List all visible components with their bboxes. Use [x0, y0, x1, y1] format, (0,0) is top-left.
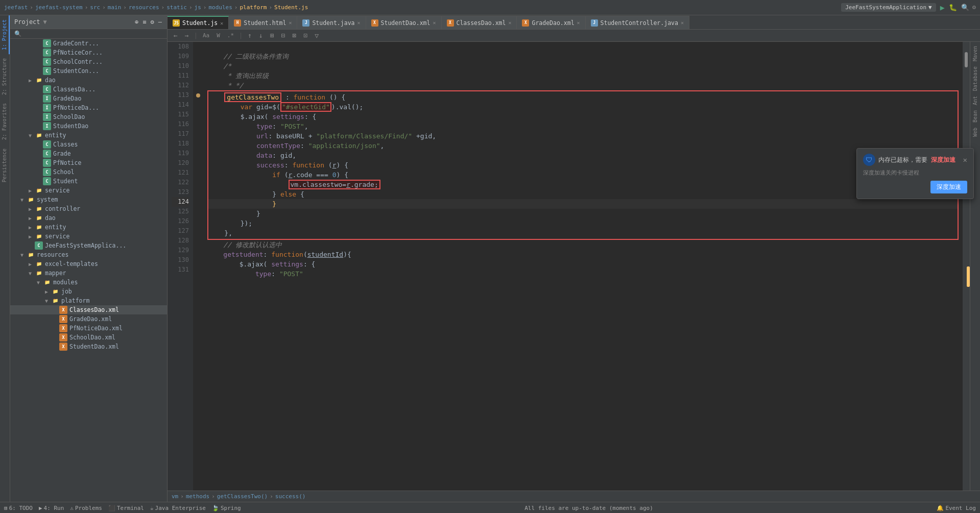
diff2-icon[interactable]: ⊠: [291, 31, 299, 40]
sidebar-locate-icon[interactable]: ⊕: [134, 17, 139, 27]
diff-icon[interactable]: ⊟: [279, 31, 288, 40]
search-everywhere-icon[interactable]: 🔍: [961, 4, 969, 11]
tree-item-service2-folder[interactable]: ▶ 📁 service: [10, 232, 167, 241]
tab-close-icon[interactable]: ✕: [289, 20, 292, 26]
tab-gradedao-xml[interactable]: X GradeDao.xml ✕: [517, 16, 585, 29]
navigate-back-icon[interactable]: ←: [172, 31, 180, 40]
tab-close-icon[interactable]: ✕: [357, 20, 361, 26]
bean-tab[interactable]: Bean: [971, 108, 979, 125]
tree-item-mapper-folder[interactable]: ▼ 📁 mapper: [10, 268, 167, 278]
scrollbar-thumb[interactable]: [965, 52, 968, 67]
problems-tab[interactable]: ⚠ Problems: [70, 505, 102, 511]
regex-icon[interactable]: .*: [225, 31, 236, 40]
tree-item-job-folder[interactable]: ▶ 📁 job: [10, 287, 167, 296]
maven-tab[interactable]: Maven: [971, 44, 979, 63]
spring-tab[interactable]: 🍃 Spring: [212, 505, 241, 511]
move-down-icon[interactable]: ↓: [257, 31, 265, 40]
favorites-tab[interactable]: 2: Favorites: [0, 99, 10, 144]
tree-item-gradecontr[interactable]: C GradeContr...: [10, 39, 167, 48]
tree-item-excel-folder[interactable]: ▶ 📁 excel-templates: [10, 259, 167, 268]
tree-item-school[interactable]: C School: [10, 167, 167, 177]
tab-student-html[interactable]: H Student.html ✕: [229, 16, 297, 29]
tree-item-studentcon[interactable]: C StudentCon...: [10, 66, 167, 76]
java-enterprise-tab[interactable]: ☕ Java Enterprise: [150, 505, 206, 511]
tree-item-platform-folder[interactable]: ▼ 📁 platform: [10, 296, 167, 305]
breadcrumb-item[interactable]: resources: [129, 4, 159, 11]
sidebar-search[interactable]: 🔍: [10, 29, 167, 39]
breadcrumb-item[interactable]: jeefast-system: [35, 4, 83, 11]
breadcrumb-item[interactable]: jeefast: [4, 4, 28, 11]
tree-item-pfnoticedao[interactable]: I PfNoticeDa...: [10, 103, 167, 112]
tab-student-js[interactable]: JS Student.js ✕: [168, 16, 229, 29]
navigate-forward-icon[interactable]: →: [183, 31, 191, 40]
tree-item-student[interactable]: C Student: [10, 177, 167, 186]
tab-studentdao-xml[interactable]: X StudentDao.xml ✕: [366, 16, 442, 29]
tree-item-studentdao-xml[interactable]: X StudentDao.xml: [10, 342, 167, 351]
indent-icon[interactable]: ⊡: [301, 31, 309, 40]
run-config-selector[interactable]: JeeFastSystemApplication ▼: [841, 3, 936, 12]
breadcrumb-item[interactable]: static: [166, 4, 187, 11]
sidebar-search-input[interactable]: [23, 31, 163, 37]
event-log[interactable]: 🔔 Event Log: [937, 505, 976, 511]
breadcrumb-item[interactable]: src: [90, 4, 100, 11]
sidebar-close-icon[interactable]: —: [157, 17, 163, 27]
tree-item-entity2-folder[interactable]: ▶ 📁 entity: [10, 223, 167, 232]
tree-item-resources-folder[interactable]: ▼ 📁 resources: [10, 250, 167, 259]
sidebar-settings-icon[interactable]: ⚙: [150, 17, 155, 27]
tree-item-classesdao-xml[interactable]: X ClassesDao.xml: [10, 305, 167, 314]
tree-item-gradedao-xml[interactable]: X GradeDao.xml: [10, 314, 167, 324]
debug-button[interactable]: 🐛: [949, 4, 957, 11]
code-editor[interactable]: // 二级联动条件查询 /* * 查询出班级 * */ getClassesTw…: [203, 42, 963, 491]
view-mode-icon[interactable]: ⊞: [268, 31, 276, 40]
breadcrumb-item[interactable]: platform: [240, 4, 267, 11]
run-button[interactable]: ▶: [940, 3, 945, 12]
run-tab[interactable]: ▶ 4: Run: [39, 505, 64, 511]
match-case-icon[interactable]: Aa: [201, 31, 211, 40]
breakpoint-indicator[interactable]: [196, 93, 200, 97]
tab-close-icon[interactable]: ✕: [220, 20, 223, 26]
move-up-icon[interactable]: ↑: [246, 31, 254, 40]
tab-student-java[interactable]: J Student.java ✕: [297, 16, 366, 29]
web-tab[interactable]: Web: [971, 126, 979, 139]
project-tab[interactable]: 1: Project: [0, 15, 10, 54]
tab-classesdao-xml[interactable]: X ClassesDao.xml ✕: [442, 16, 517, 29]
tree-item-service-folder[interactable]: ▶ 📁 service: [10, 186, 167, 195]
tree-item-schooldao[interactable]: I SchoolDao: [10, 112, 167, 121]
database-tab[interactable]: Database: [971, 64, 979, 93]
tree-item-system-folder[interactable]: ▼ 📁 system: [10, 195, 167, 204]
tree-item-entity-folder[interactable]: ▼ 📁 entity: [10, 131, 167, 140]
breadcrumb-item[interactable]: main: [108, 4, 122, 11]
tree-item-dao-folder[interactable]: ▶ 📁 dao: [10, 76, 167, 85]
tab-close-icon[interactable]: ✕: [433, 20, 436, 26]
tab-studentcontroller-java[interactable]: J StudentController.java ✕: [586, 16, 689, 29]
persistence-tab[interactable]: Persistence: [0, 144, 10, 186]
tree-item-controller-folder[interactable]: ▶ 📁 controller: [10, 204, 167, 213]
tree-item-studentdao[interactable]: I StudentDao: [10, 121, 167, 131]
tree-item-pfnoticedao-xml[interactable]: X PfNoticeDao.xml: [10, 324, 167, 333]
tab-close-icon[interactable]: ✕: [681, 20, 684, 26]
filter-icon[interactable]: ▽: [313, 31, 321, 40]
tree-item-classesdao[interactable]: C ClassesDa...: [10, 85, 167, 94]
tree-item-classes[interactable]: C Classes: [10, 140, 167, 149]
breadcrumb-item[interactable]: modules: [208, 4, 232, 11]
tree-item-modules-folder[interactable]: ▼ 📁 modules: [10, 278, 167, 287]
tree-item-dao2-folder[interactable]: ▶ 📁 dao: [10, 213, 167, 223]
tree-item-jeefastapp[interactable]: C JeeFastSystemApplica...: [10, 241, 167, 250]
tab-close-icon[interactable]: ✕: [577, 20, 580, 26]
tree-item-grade[interactable]: C Grade: [10, 149, 167, 158]
tree-item-schoolcontr[interactable]: C SchoolContr...: [10, 57, 167, 66]
structure-tab[interactable]: 2: Structure: [0, 54, 10, 99]
sidebar-collapse-icon[interactable]: ≡: [141, 17, 147, 27]
tree-item-pfnotice[interactable]: C PfNotice: [10, 158, 167, 167]
terminal-tab[interactable]: ⬛ Terminal: [108, 505, 144, 511]
notification-action-button[interactable]: 深度加速: [930, 181, 967, 193]
breadcrumb-item[interactable]: js: [195, 4, 201, 11]
tree-item-gradedao[interactable]: I GradeDao: [10, 94, 167, 103]
settings-icon[interactable]: ⚙: [972, 4, 976, 11]
tab-close-icon[interactable]: ✕: [508, 20, 511, 26]
tree-item-schooldao-xml[interactable]: X SchoolDao.xml: [10, 333, 167, 342]
ant-tab[interactable]: Ant: [971, 94, 979, 107]
tree-item-pfnotice[interactable]: C PfNoticeCor...: [10, 48, 167, 57]
word-icon[interactable]: W: [214, 31, 222, 40]
todo-tab[interactable]: ⊞ 6: TODO: [4, 505, 33, 511]
